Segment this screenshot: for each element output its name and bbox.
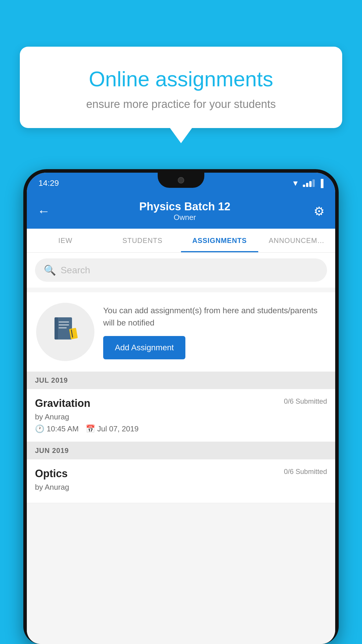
assignment-header-row-optics: Optics 0/6 Submitted [35,468,327,480]
section-jul-label: JUL 2019 [35,376,68,384]
section-jun-2019: JUN 2019 [27,442,335,459]
table-row[interactable]: Gravitation 0/6 Submitted by Anurag 🕐 10… [27,389,335,442]
calendar-icon: 📅 [86,424,95,433]
svg-rect-4 [59,327,67,328]
svg-rect-2 [59,321,69,323]
settings-button[interactable]: ⚙ [314,204,325,218]
assignment-header-row: Gravitation 0/6 Submitted [35,397,327,410]
battery-icon: ▐ [318,179,324,188]
header-title: Physics Batch 12 [56,200,314,213]
header-center: Physics Batch 12 Owner [56,200,314,222]
status-time: 14:29 [38,178,59,188]
search-placeholder: Search [61,265,90,276]
assignment-author-optics: by Anurag [35,483,327,492]
assignment-date: 📅 Jul 07, 2019 [86,424,139,433]
phone-screen: 14:29 ▼ ▐ ← Physics Batch 12 Owner [27,173,335,644]
svg-rect-3 [59,324,69,326]
back-button[interactable]: ← [37,204,50,218]
info-description: You can add assignment(s) from here and … [103,304,326,329]
header-subtitle: Owner [56,213,314,222]
assignment-author: by Anurag [35,412,327,421]
svg-rect-1 [55,317,58,340]
info-icon-circle [36,303,94,361]
search-icon: 🔍 [44,264,56,276]
tab-assignments-label: ASSIGNMENTS [192,237,247,245]
signal-icon [303,179,315,187]
tab-assignments[interactable]: ASSIGNMENTS [181,229,258,252]
search-bar[interactable]: 🔍 Search [35,258,327,282]
phone-content: 🔍 Search [27,253,335,644]
notebook-icon [52,316,78,348]
assignment-submitted-count-optics: 0/6 Submitted [284,468,327,476]
add-assignment-button[interactable]: Add Assignment [103,336,185,359]
speech-bubble-container: Online assignments ensure more practice … [20,47,342,128]
tab-students[interactable]: STUDENTS [104,229,181,252]
tab-bar: IEW STUDENTS ASSIGNMENTS ANNOUNCEM… [27,229,335,253]
section-jun-label: JUN 2019 [35,447,69,454]
assignment-title: Gravitation [35,397,90,410]
speech-bubble-subtitle: ensure more practice for your students [43,98,319,111]
tab-iew[interactable]: IEW [27,229,104,252]
assignment-meta: 🕐 10:45 AM 📅 Jul 07, 2019 [35,424,327,433]
section-jul-2019: JUL 2019 [27,372,335,389]
wifi-icon: ▼ [292,179,299,188]
table-row[interactable]: Optics 0/6 Submitted by Anurag [27,459,335,503]
info-card: You can add assignment(s) from here and … [27,292,335,372]
speech-bubble: Online assignments ensure more practice … [20,47,342,128]
search-container: 🔍 Search [27,253,335,288]
app-header: ← Physics Batch 12 Owner ⚙ [27,194,335,229]
tab-announcements-label: ANNOUNCEM… [269,237,324,245]
info-text-area: You can add assignment(s) from here and … [103,304,326,359]
tab-students-label: STUDENTS [122,237,162,245]
status-icons: ▼ ▐ [292,179,324,188]
assignment-time-value: 10:45 AM [47,424,79,433]
tab-announcements[interactable]: ANNOUNCEM… [258,229,335,252]
front-camera [178,177,184,183]
clock-icon: 🕐 [35,424,44,433]
assignment-time: 🕐 10:45 AM [35,424,79,433]
phone-notch [158,173,204,188]
assignment-title-optics: Optics [35,468,68,480]
assignment-submitted-count: 0/6 Submitted [284,397,327,405]
speech-bubble-title: Online assignments [43,67,319,91]
phone-frame: 14:29 ▼ ▐ ← Physics Batch 12 Owner [23,169,339,644]
assignment-date-value: Jul 07, 2019 [97,424,139,433]
status-bar: 14:29 ▼ ▐ [27,173,335,194]
tab-iew-label: IEW [58,237,72,245]
